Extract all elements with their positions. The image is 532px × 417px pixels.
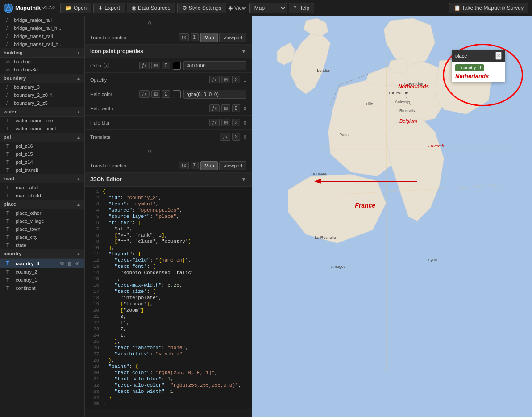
data-sources-button[interactable]: ◉ Data Sources [127, 3, 175, 13]
halo-color-grid-icon: ⊞ [151, 90, 160, 98]
sidebar-group-country-label: country [4, 251, 21, 256]
sidebar-item-label: poi_z16 [16, 143, 33, 149]
sidebar-item-label: place_town [16, 226, 41, 232]
map-button[interactable]: Map [200, 33, 218, 42]
delete-layer-button[interactable]: 🗑 [66, 260, 73, 267]
survey-icon: 📋 [454, 5, 461, 11]
sidebar-item-place-other[interactable]: T place_other [0, 209, 84, 217]
sidebar-item-label: building-3d [14, 67, 38, 72]
sidebar-item-road-shield[interactable]: T road_shield [0, 192, 84, 200]
T-icon: T [6, 193, 12, 198]
sidebar-item-poi-z16[interactable]: T poi_z16 [0, 142, 84, 150]
line-icon [6, 93, 12, 98]
sidebar-item-bridge-transit-rail[interactable]: bridge_transit_rail [0, 32, 84, 40]
sidebar-item-label: poi_z14 [16, 159, 33, 165]
logo-icon [4, 3, 13, 13]
sidebar-item-country-3[interactable]: T country_3 ⧉ 🗑 👁 [0, 259, 84, 268]
sidebar-item-boundary-3[interactable]: boundary_3 [0, 83, 84, 91]
sidebar-item-boundary-2-z0-4[interactable]: boundary_2_z0-4 [0, 91, 84, 99]
json-editor-section-header[interactable]: JSON Editor ▼ [85, 173, 252, 187]
sidebar-item-label: poi_transit [16, 167, 38, 173]
json-line: 21 3, [85, 313, 252, 320]
svg-text:London: London [317, 68, 330, 73]
properties-panel: 0 Translate anchor ƒx Σ Map Viewport Ico… [85, 16, 252, 417]
json-editor[interactable]: 1{2 "id": "country_3",3 "type": "symbol"… [85, 187, 252, 409]
sidebar-item-label: bridge_major_rail [14, 17, 52, 23]
sidebar-item-country-1[interactable]: T country_1 [0, 276, 84, 284]
sidebar-item-label: road_label [16, 185, 38, 190]
sidebar-group-country[interactable]: country ▲ [0, 249, 84, 259]
sidebar-group-water[interactable]: water ▲ [0, 107, 84, 117]
line-icon [6, 18, 12, 23]
icon-paint-section-header[interactable]: Icon paint properties ▼ [85, 45, 252, 58]
svg-text:Limoges: Limoges [330, 264, 345, 269]
translate-anchor-row: Translate anchor ƒx Σ Map Viewport [85, 30, 252, 45]
halo-blur-fx-icon: ƒx [209, 119, 220, 126]
open-button[interactable]: 📂 Open [60, 3, 91, 13]
svg-text:Brussels: Brussels [399, 108, 415, 113]
sidebar-item-boundary-2-z5[interactable]: boundary_2_z5- [0, 99, 84, 107]
sidebar-item-bridge-major-rail[interactable]: bridge_major_rail [0, 16, 84, 24]
sidebar-item-state[interactable]: T state [0, 241, 84, 249]
sidebar-item-country-2[interactable]: T country_2 [0, 268, 84, 276]
sidebar-item-place-town[interactable]: T place_town [0, 225, 84, 233]
view-select[interactable]: Map Split Inspector [249, 3, 287, 13]
sidebar-item-place-village[interactable]: T place_village [0, 217, 84, 225]
halo-color-label: Halo color [90, 92, 139, 97]
map-popup-content: ↑ country_3 Netherlands [452, 62, 505, 82]
sidebar-item-water-name-point[interactable]: T water_name_point [0, 125, 84, 133]
sidebar-item-poi-z15[interactable]: T poi_z15 [0, 150, 84, 158]
sidebar-item-bridge-transit-rail-h[interactable]: bridge_transit_rail_h... [0, 40, 84, 48]
sidebar-group-road[interactable]: road ▲ [0, 174, 84, 183]
json-line: 15 ], [85, 276, 252, 282]
opacity-fx-icon: ƒx [209, 76, 220, 83]
survey-button[interactable]: 📋 Take the Maputnik Survey [449, 3, 528, 13]
help-button[interactable]: ? Help [289, 3, 314, 13]
topbar: Maputnik v1.7.0 📂 Open ⬇ Export ◉ Data S… [0, 0, 532, 16]
T-icon: T [6, 270, 12, 275]
toggle-visibility-button[interactable]: 👁 [74, 260, 81, 267]
fx-icon: ƒx [179, 33, 189, 41]
halo-color-swatch[interactable] [173, 90, 181, 98]
copy-layer-button[interactable]: ⧉ [59, 260, 65, 267]
json-line: 27 "visibility": "visible" [85, 351, 252, 357]
json-line: 30 "text-color": "rgba(255, 0, 0, 1)", [85, 370, 252, 376]
sidebar-group-poi[interactable]: poi ▲ [0, 133, 84, 142]
sidebar-item-poi-z14[interactable]: T poi_z14 [0, 158, 84, 166]
sidebar-item-road-label[interactable]: T road_label [0, 183, 84, 192]
sidebar-item-bridge-major-rail-h[interactable]: bridge_major_rail_h... [0, 24, 84, 32]
halo-color-row: Halo color ƒx ⊞ Σ rgba(0, 0, 0, 0) [85, 87, 252, 101]
T-icon: T [6, 144, 12, 149]
sidebar-item-water-name-line[interactable]: T water_name_line [0, 117, 84, 125]
sidebar-item-building[interactable]: building [0, 58, 84, 66]
sidebar-item-label: country_2 [16, 269, 37, 275]
export-button[interactable]: ⬇ Export [93, 3, 125, 13]
json-line: 4 "source": "openmaptiles", [85, 207, 252, 213]
viewport-button[interactable]: Viewport [219, 33, 246, 42]
sidebar-item-place-city[interactable]: T place_city [0, 233, 84, 241]
json-line: 13 "text-font": [ [85, 263, 252, 270]
translate-anchor2-map-button[interactable]: Map [200, 161, 218, 170]
map-background[interactable]: London Paris Amsterdam The Hague Antwerp… [252, 16, 532, 417]
sidebar-group-building[interactable]: building ▲ [0, 48, 84, 58]
diamond-icon [6, 67, 12, 72]
json-line: 20 ["zoom"], [85, 307, 252, 313]
translate-anchor2-viewport-button[interactable]: Viewport [219, 161, 246, 170]
svg-text:Lyon: Lyon [428, 258, 437, 262]
halo-color-input[interactable]: rgba(0, 0, 0, 0) [183, 90, 246, 99]
sidebar-item-continent[interactable]: T continent [0, 284, 84, 292]
json-line: 14 "Roboto Condensed Italic" [85, 270, 252, 276]
sidebar-item-building-3d[interactable]: building-3d [0, 66, 84, 74]
sidebar-group-place[interactable]: place ▲ [0, 200, 84, 209]
map-popup-close-button[interactable]: ✕ [495, 52, 502, 60]
sidebar-item-poi-transit[interactable]: T poi_transit [0, 166, 84, 174]
sidebar-item-label: country_3 [16, 261, 39, 266]
color-info-icon: i [104, 63, 109, 68]
style-settings-button[interactable]: ⚙ Style Settings [177, 3, 226, 13]
json-line: 9 ["==", "class", "country"] [85, 238, 252, 245]
color-swatch[interactable] [173, 62, 181, 70]
sidebar-group-place-arrow: ▲ [76, 202, 81, 207]
halo-width-controls: ƒx ⊞ Σ [209, 104, 240, 112]
color-input[interactable]: #000000 [183, 61, 246, 70]
sidebar-group-boundary[interactable]: boundary ▲ [0, 74, 84, 83]
